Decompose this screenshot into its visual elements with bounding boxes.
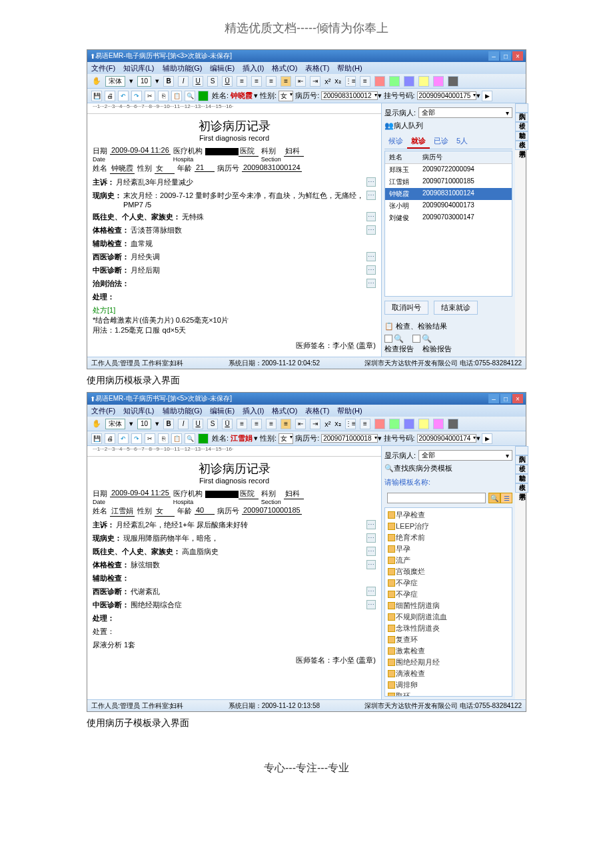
hpi-v[interactable]: 末次月经：2009-7-12 量时多时少至今未净，有血块，为鲜红色，无痛经，PM… bbox=[122, 191, 366, 209]
c4[interactable] bbox=[418, 419, 429, 429]
aux-v[interactable]: 血常规 bbox=[129, 239, 376, 249]
color4-button[interactable] bbox=[418, 76, 429, 87]
align-justify-button[interactable]: ≡ bbox=[281, 76, 291, 87]
pe-v[interactable]: 舌淡苔薄脉细数 bbox=[129, 225, 366, 235]
list1-button[interactable]: ⋮≡ bbox=[345, 76, 356, 87]
redo-icon[interactable]: ↷ bbox=[131, 433, 142, 444]
font-size-select[interactable]: 10 bbox=[137, 419, 151, 429]
indent-right-button[interactable]: ⇥ bbox=[310, 419, 320, 429]
color6-button[interactable] bbox=[448, 76, 458, 87]
menu-file[interactable]: 文件(F) bbox=[87, 63, 119, 73]
vtab-subtpl[interactable]: 子模板 bbox=[515, 455, 528, 465]
find-icon[interactable]: 🔍 bbox=[185, 433, 195, 444]
align-right-button[interactable]: ≡ bbox=[266, 419, 277, 429]
align-center-button[interactable]: ≡ bbox=[251, 76, 262, 87]
template-item[interactable]: 早孕检查 bbox=[386, 509, 510, 521]
color1-button[interactable] bbox=[374, 76, 385, 87]
chief-v[interactable]: 月经紊乱2年，绝经1+年 尿后酸痛未好转 bbox=[115, 520, 366, 530]
close-button[interactable]: × bbox=[512, 394, 523, 403]
list2-button[interactable]: ≡ bbox=[360, 76, 370, 87]
menu-kb[interactable]: 知识库(L) bbox=[119, 406, 158, 416]
past-v[interactable]: 高血脂病史 bbox=[181, 547, 366, 557]
c3[interactable] bbox=[404, 419, 414, 429]
document[interactable]: 初诊病历记录 First diagnosis record 日期Date 200… bbox=[87, 457, 381, 699]
menu-aux[interactable]: 辅助功能(G) bbox=[159, 406, 207, 416]
copy-icon[interactable]: ⎘ bbox=[158, 91, 169, 101]
color3-button[interactable] bbox=[404, 76, 414, 87]
menu-table[interactable]: 表格(T) bbox=[301, 406, 333, 416]
past-v[interactable]: 无特殊 bbox=[181, 212, 366, 222]
template-item[interactable]: 念珠性阴道炎 bbox=[386, 623, 510, 634]
end-visit-button[interactable]: 结束就诊 bbox=[434, 301, 478, 315]
undo-icon[interactable]: ↶ bbox=[118, 91, 129, 101]
c5[interactable] bbox=[433, 419, 444, 429]
menu-help[interactable]: 帮助(H) bbox=[333, 63, 366, 73]
expand-icon[interactable]: ⋯ bbox=[366, 279, 376, 288]
show-select[interactable]: 全部▾ bbox=[418, 450, 512, 461]
expand-icon[interactable]: ⋯ bbox=[366, 225, 376, 235]
expand-icon[interactable]: ⋯ bbox=[366, 212, 376, 221]
c2[interactable] bbox=[389, 419, 400, 429]
sub-button[interactable]: x₂ bbox=[334, 77, 341, 85]
save-icon[interactable]: 💾 bbox=[91, 91, 102, 101]
check-report[interactable]: 🔍 bbox=[384, 334, 404, 343]
hand-icon[interactable]: ✋ bbox=[92, 77, 101, 85]
indent-right-button[interactable]: ⇥ bbox=[310, 76, 320, 87]
vtab-consent[interactable]: 手术同意书 bbox=[515, 141, 528, 150]
regno-value[interactable]: 20090904000175 bbox=[417, 91, 477, 100]
go-icon[interactable]: ▶ bbox=[482, 433, 492, 444]
c1[interactable] bbox=[374, 419, 385, 429]
template-item[interactable]: 取环 bbox=[386, 691, 510, 697]
strike-button[interactable]: S bbox=[207, 419, 218, 429]
sub-button[interactable]: x₂ bbox=[334, 419, 341, 428]
menu-help[interactable]: 帮助(H) bbox=[333, 406, 366, 416]
recno-value[interactable]: 2009071000018 bbox=[321, 434, 377, 443]
vtab-queue[interactable]: 病人队列 bbox=[515, 446, 528, 455]
template-item[interactable]: 不孕症 bbox=[386, 577, 510, 589]
expand-icon[interactable]: ⋯ bbox=[366, 547, 376, 556]
template-item[interactable]: 绝育术前 bbox=[386, 532, 510, 543]
cdx-v[interactable]: 围绝经期综合症 bbox=[129, 600, 366, 610]
document[interactable]: 初诊病历记录 First diagnosis record 日期Date 200… bbox=[87, 114, 381, 357]
vtab-subtpl[interactable]: 子模板 bbox=[515, 113, 528, 122]
expand-icon[interactable]: ⋯ bbox=[366, 252, 376, 261]
recno-value[interactable]: 2009083100012 bbox=[321, 91, 377, 100]
print-icon[interactable]: 🖨 bbox=[105, 433, 115, 444]
list-item[interactable]: 郑珠玉20090722000094 bbox=[385, 164, 512, 176]
sex-value[interactable]: 女 bbox=[279, 433, 293, 444]
vtab-queue[interactable]: 病人队列 bbox=[515, 103, 528, 113]
template-item[interactable]: 宫颈糜烂 bbox=[386, 566, 510, 577]
underline2-button[interactable]: Ū bbox=[222, 419, 233, 429]
cut-icon[interactable]: ✂ bbox=[145, 91, 155, 101]
expand-icon[interactable]: ⋯ bbox=[366, 191, 376, 200]
expand-icon[interactable]: ⋯ bbox=[366, 533, 376, 543]
indent-left-button[interactable]: ⇤ bbox=[295, 76, 306, 87]
minimize-button[interactable]: – bbox=[488, 394, 499, 403]
template-item[interactable]: LEEP治疗 bbox=[386, 521, 510, 532]
vtab-consent[interactable]: 手术同意书 bbox=[515, 483, 528, 493]
menu-format[interactable]: 格式(O) bbox=[268, 406, 301, 416]
indent-left-button[interactable]: ⇤ bbox=[295, 419, 306, 429]
template-item[interactable]: 围绝经期月经 bbox=[386, 657, 510, 668]
template-tree[interactable]: 早孕检查LEEP治疗绝育术前早孕流产宫颈糜烂不孕症不孕症细菌性阴道病不规则阴道流… bbox=[384, 507, 512, 697]
color2-button[interactable] bbox=[389, 76, 400, 87]
show-select[interactable]: 全部▾ bbox=[418, 107, 512, 118]
bold-button[interactable]: B bbox=[163, 76, 174, 87]
bg-icon[interactable] bbox=[198, 433, 209, 444]
strike-button[interactable]: S bbox=[207, 76, 218, 87]
menu-insert[interactable]: 插入(I) bbox=[239, 406, 268, 416]
vtab-personal[interactable]: 个人模板 bbox=[515, 131, 528, 141]
copy-icon[interactable]: ⎘ bbox=[158, 433, 169, 444]
list-item[interactable]: 刘健俊20090703000147 bbox=[385, 212, 512, 224]
cancel-call-button[interactable]: 取消叫号 bbox=[384, 301, 428, 315]
align-justify-button[interactable]: ≡ bbox=[281, 419, 291, 429]
template-item[interactable]: 细菌性阴道病 bbox=[386, 600, 510, 611]
bg-icon[interactable] bbox=[198, 91, 209, 101]
expand-icon[interactable]: ⋯ bbox=[366, 560, 376, 569]
expand-icon[interactable]: ⋯ bbox=[366, 587, 376, 596]
find-icon[interactable]: 🔍 bbox=[185, 91, 195, 101]
bold-button[interactable]: B bbox=[163, 419, 174, 429]
list-item[interactable]: 张小明20090904000173 bbox=[385, 200, 512, 212]
expand-icon[interactable]: ⋯ bbox=[366, 520, 376, 529]
template-item[interactable]: 复查环 bbox=[386, 634, 510, 645]
